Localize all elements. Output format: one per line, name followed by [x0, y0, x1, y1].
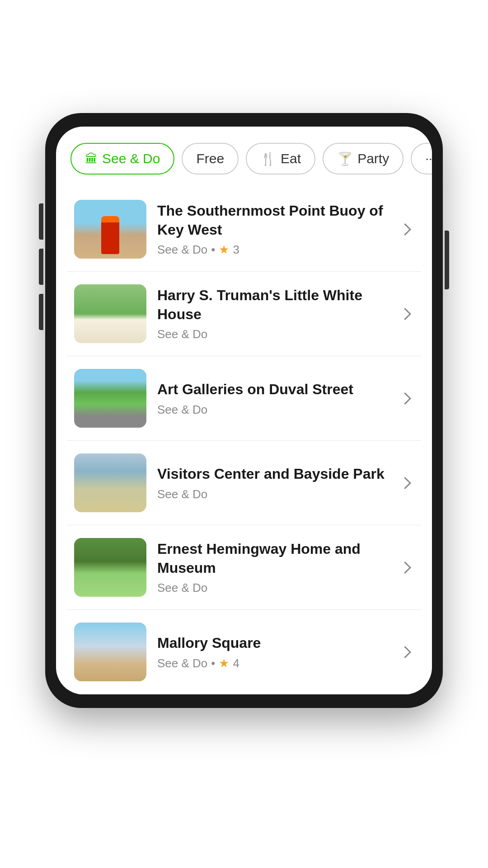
item-category: See & Do	[157, 487, 207, 501]
item-meta: See & Do	[157, 327, 385, 341]
chip-label-party: Party	[357, 151, 389, 166]
item-title: Visitors Center and Bayside Park	[157, 465, 385, 484]
item-meta: See & Do	[157, 581, 385, 595]
item-meta: See & Do • ★ 3	[157, 243, 385, 257]
phone-screen: 🏛 See & Do Free 🍴 Eat 🍸 Party ··· Other …	[56, 127, 432, 694]
item-meta: See & Do	[157, 403, 385, 417]
page-title	[27, 36, 461, 86]
item-content: Harry S. Truman's Little White House See…	[157, 286, 385, 341]
dot-separator: •	[211, 243, 215, 257]
item-image	[74, 200, 146, 259]
chevron-right-icon	[396, 643, 414, 661]
item-title: Art Galleries on Duval Street	[157, 380, 385, 399]
list-item[interactable]: Ernest Hemingway Home and Museum See & D…	[67, 525, 421, 610]
places-list: The Southernmost Point Buoy of Key West …	[56, 187, 432, 694]
item-meta: See & Do	[157, 487, 385, 501]
chip-label-see-do: See & Do	[102, 151, 160, 166]
page-header	[0, 0, 488, 113]
chevron-right-icon	[396, 389, 414, 407]
item-content: Art Galleries on Duval Street See & Do	[157, 380, 385, 417]
item-rating: 4	[233, 656, 239, 670]
filter-chip-see-do[interactable]: 🏛 See & Do	[70, 143, 174, 175]
list-item[interactable]: Visitors Center and Bayside Park See & D…	[67, 441, 421, 525]
list-item[interactable]: Art Galleries on Duval Street See & Do	[67, 356, 421, 441]
item-image	[74, 369, 146, 428]
chevron-right-icon	[396, 220, 414, 238]
filter-chip-party[interactable]: 🍸 Party	[323, 143, 404, 175]
item-image	[74, 538, 146, 597]
item-title: Harry S. Truman's Little White House	[157, 286, 385, 324]
item-content: Mallory Square See & Do • ★ 4	[157, 634, 385, 670]
chip-icon-eat: 🍴	[260, 151, 276, 166]
list-item[interactable]: The Southernmost Point Buoy of Key West …	[67, 187, 421, 272]
item-category: See & Do	[157, 656, 207, 670]
chevron-right-icon	[396, 305, 414, 323]
item-image	[74, 284, 146, 343]
chip-label-free: Free	[196, 151, 224, 166]
list-item[interactable]: Mallory Square See & Do • ★ 4	[67, 610, 421, 694]
item-content: Visitors Center and Bayside Park See & D…	[157, 465, 385, 501]
chip-label-eat: Eat	[281, 151, 301, 166]
star-icon: ★	[219, 243, 229, 257]
item-image	[74, 623, 146, 681]
item-category: See & Do	[157, 403, 207, 417]
dot-separator: •	[211, 656, 215, 670]
chevron-right-icon	[396, 474, 414, 492]
item-category: See & Do	[157, 243, 207, 257]
filter-chip-free[interactable]: Free	[182, 143, 239, 175]
chip-icon-see-do: 🏛	[85, 151, 98, 166]
chip-icon-other: ···	[425, 151, 432, 166]
item-meta: See & Do • ★ 4	[157, 656, 385, 670]
filter-bar: 🏛 See & Do Free 🍴 Eat 🍸 Party ··· Other	[56, 127, 432, 187]
filter-chip-eat[interactable]: 🍴 Eat	[246, 143, 315, 175]
chevron-right-icon	[396, 558, 414, 576]
filter-chip-other[interactable]: ··· Other	[411, 143, 432, 175]
chip-icon-party: 🍸	[337, 151, 353, 166]
item-category: See & Do	[157, 327, 207, 341]
phone-device: 🏛 See & Do Free 🍴 Eat 🍸 Party ··· Other …	[45, 113, 443, 708]
item-content: The Southernmost Point Buoy of Key West …	[157, 202, 385, 257]
item-title: Mallory Square	[157, 634, 385, 653]
item-title: The Southernmost Point Buoy of Key West	[157, 202, 385, 239]
item-content: Ernest Hemingway Home and Museum See & D…	[157, 540, 385, 595]
star-icon: ★	[219, 656, 229, 670]
list-item[interactable]: Harry S. Truman's Little White House See…	[67, 272, 421, 356]
item-category: See & Do	[157, 581, 207, 595]
item-title: Ernest Hemingway Home and Museum	[157, 540, 385, 577]
item-rating: 3	[233, 243, 239, 257]
item-image	[74, 453, 146, 512]
